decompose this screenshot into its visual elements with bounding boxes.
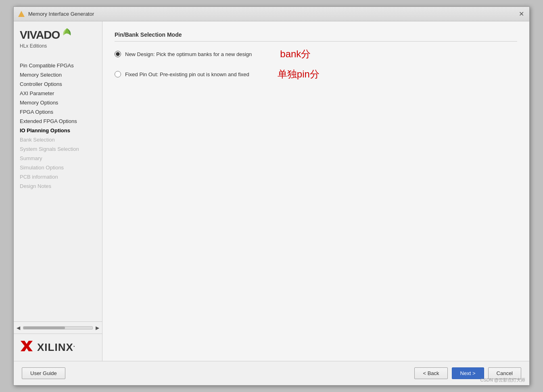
section-title: Pin/Bank Selection Mode [115,31,517,42]
app-icon [18,10,25,18]
sidebar-item-summary: Summary [14,154,102,163]
close-button[interactable]: ✕ [517,10,525,18]
sidebar-item-bank-selection: Bank Selection [14,135,102,144]
sidebar-item-design-notes: Design Notes [14,181,102,191]
radio-fixed-pin-out[interactable] [115,71,121,77]
back-button[interactable]: < Back [414,367,447,379]
scroll-right-icon[interactable]: ▶ [95,324,100,332]
svg-marker-0 [18,11,25,17]
sidebar-scrollbar: ◀ ▶ [14,321,102,334]
vivado-logo: VIVADO HLx Editions [14,21,102,53]
radio-item-fixed-pin-out: Fixed Pin Out: Pre-existing pin out is k… [115,68,517,81]
radio-item-new-design: New Design: Pick the optimum banks for a… [115,48,517,60]
scroll-thumb [23,327,65,329]
watermark-text: CSDN @云影点灯大师 [480,377,525,383]
dialog-body: VIVADO HLx Editions Pin Compatible FPGAs… [14,21,529,361]
sidebar-item-memory-options[interactable]: Memory Options [14,98,102,107]
sidebar: VIVADO HLx Editions Pin Compatible FPGAs… [14,21,102,361]
xilinx-text: XILINX. [37,341,75,354]
window-title: Memory Interface Generator [28,11,517,17]
sidebar-item-controller-options[interactable]: Controller Options [14,79,102,89]
nav-list: Pin Compatible FPGAs Memory Selection Co… [14,53,102,321]
sidebar-item-system-signals-selection: System Signals Selection [14,144,102,154]
sidebar-item-extended-fpga-options[interactable]: Extended FPGA Options [14,117,102,126]
next-button[interactable]: Next > [452,367,484,379]
svg-marker-1 [21,341,33,351]
user-guide-button[interactable]: User Guide [22,367,65,379]
sidebar-item-axi-parameter[interactable]: AXI Parameter [14,89,102,98]
vivado-leaf-icon [61,27,73,42]
sidebar-item-simulation-options: Simulation Options [14,163,102,172]
radio-new-design-label: New Design: Pick the optimum banks for a… [125,51,252,57]
annotation-pin: 单独pin分 [278,68,320,81]
vivado-logo-text: VIVADO [20,29,60,42]
sidebar-item-io-planning-options[interactable]: IO Planning Options [14,126,102,135]
radio-fixed-pin-out-label: Fixed Pin Out: Pre-existing pin out is k… [125,71,249,77]
vivado-subtext: HLx Editions [20,43,98,49]
xilinx-x-icon [20,340,34,355]
radio-new-design[interactable] [115,51,121,57]
scroll-left-icon[interactable]: ◀ [16,324,21,332]
scroll-track[interactable] [23,326,93,329]
main-content: Pin/Bank Selection Mode New Design: Pick… [102,21,529,361]
radio-group: New Design: Pick the optimum banks for a… [115,48,517,81]
annotation-bank: bank分 [280,48,311,60]
xilinx-logo: XILINX. [14,334,102,361]
sidebar-item-pcb-information: PCB information [14,172,102,181]
content-area: Pin/Bank Selection Mode New Design: Pick… [102,21,529,361]
sidebar-item-fpga-options[interactable]: FPGA Options [14,107,102,117]
dialog-window: Memory Interface Generator ✕ VIVADO HLx … [13,6,530,386]
sidebar-item-pin-compatible[interactable]: Pin Compatible FPGAs [14,61,102,70]
sidebar-item-memory-selection[interactable]: Memory Selection [14,70,102,79]
title-bar: Memory Interface Generator ✕ [14,7,529,21]
dialog-footer: User Guide < Back Next > Cancel [14,361,529,385]
